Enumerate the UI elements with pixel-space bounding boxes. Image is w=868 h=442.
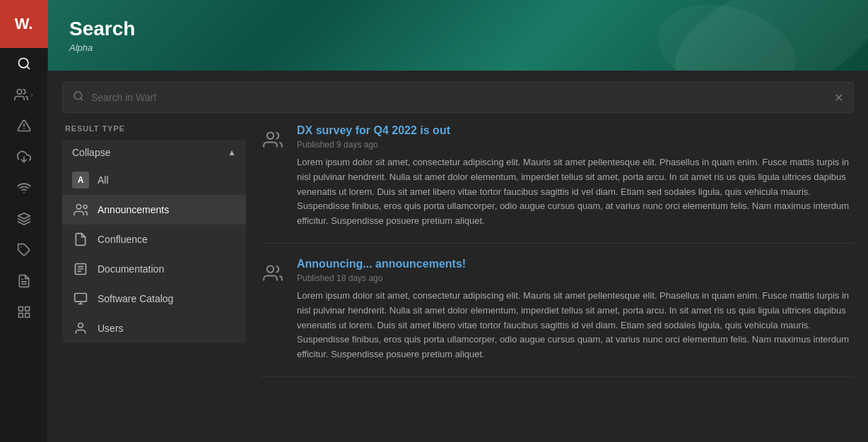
filter-users-icon	[72, 320, 89, 337]
left-filter-panel: RESULT TYPE Collapse ▲ A All	[62, 124, 246, 428]
two-col-layout: RESULT TYPE Collapse ▲ A All	[48, 124, 868, 442]
result-body-0: DX survey for Q4 2022 is out Published 9…	[297, 124, 854, 229]
filter-software-icon	[72, 290, 89, 307]
sidebar-item-puzzle[interactable]	[0, 234, 47, 265]
filter-docs-icon	[72, 261, 89, 277]
sidebar-item-alerts[interactable]	[0, 110, 47, 141]
svg-point-18	[83, 205, 87, 208]
content-area: ✕ RESULT TYPE Collapse ▲ A All	[48, 71, 868, 442]
filter-panel: Collapse ▲ A All	[62, 140, 246, 343]
search-bar: ✕	[62, 82, 854, 113]
filter-announce-icon	[72, 201, 89, 218]
collapse-chevron-icon: ▲	[228, 148, 236, 157]
filter-all-icon: A	[72, 172, 89, 189]
result-text-0: Lorem ipsum dolor sit amet, consectetur …	[297, 155, 854, 229]
search-container: ✕	[48, 71, 868, 124]
result-icon-1	[260, 261, 286, 286]
result-title-1[interactable]: Announcing... announcements!	[297, 258, 854, 270]
collapse-label: Collapse	[72, 147, 110, 158]
filter-confluence-icon	[72, 231, 89, 248]
svg-point-27	[267, 133, 274, 139]
filter-item-announcements[interactable]: Announcements	[62, 195, 246, 225]
result-item: Announcing... announcements! Published 1…	[260, 244, 854, 377]
result-item: DX survey for Q4 2022 is out Published 9…	[260, 124, 854, 244]
result-title-0[interactable]: DX survey for Q4 2022 is out	[297, 124, 854, 137]
svg-rect-13	[25, 313, 29, 318]
svg-point-15	[74, 92, 82, 100]
filter-item-software-catalog[interactable]: Software Catalog	[62, 284, 246, 313]
search-clear-button[interactable]: ✕	[834, 91, 843, 104]
svg-rect-11	[18, 307, 23, 311]
page-subtitle: Alpha	[69, 42, 847, 53]
result-text-1: Lorem ipsum dolor sit amet, consectetur …	[297, 289, 854, 362]
result-date-1: Published 18 days ago	[297, 273, 854, 283]
sidebar-item-import[interactable]	[0, 141, 47, 172]
search-bar-icon	[73, 90, 84, 104]
svg-rect-23	[75, 294, 87, 302]
collapse-button[interactable]: Collapse ▲	[62, 140, 246, 165]
svg-line-16	[81, 98, 83, 100]
svg-point-17	[76, 205, 81, 210]
sidebar-item-search[interactable]	[0, 48, 47, 79]
page-title: Search	[69, 17, 847, 41]
filter-item-users[interactable]: Users	[62, 313, 246, 343]
sidebar-item-document[interactable]	[0, 265, 47, 297]
filter-software-label: Software Catalog	[98, 293, 173, 304]
svg-rect-14	[18, 313, 23, 318]
filter-item-confluence[interactable]: Confluence	[62, 225, 246, 254]
filter-confluence-label: Confluence	[98, 234, 148, 245]
svg-point-26	[78, 323, 83, 328]
results-panel: DX survey for Q4 2022 is out Published 9…	[260, 124, 854, 428]
filter-announce-label: Announcements	[98, 204, 169, 215]
result-date-0: Published 9 days ago	[297, 140, 854, 150]
filter-all-label: All	[98, 174, 109, 186]
result-type-label: RESULT TYPE	[62, 124, 246, 133]
filter-item-documentation[interactable]: Documentation	[62, 254, 246, 284]
search-input[interactable]	[91, 92, 834, 103]
result-icon-0	[260, 127, 286, 153]
svg-point-28	[267, 265, 274, 272]
filter-users-label: Users	[98, 323, 124, 334]
filter-item-all[interactable]: A All	[62, 165, 246, 195]
sidebar-item-layers[interactable]	[0, 203, 47, 234]
svg-marker-7	[18, 213, 30, 219]
main-content: Search Alpha ✕ RESULT TYPE Collapse	[48, 0, 868, 442]
page-header: Search Alpha	[48, 0, 868, 71]
svg-rect-12	[25, 307, 29, 311]
sidebar-item-people[interactable]: ›	[0, 79, 47, 110]
result-body-1: Announcing... announcements! Published 1…	[297, 258, 854, 362]
filter-docs-label: Documentation	[98, 263, 164, 275]
svg-point-2	[17, 90, 22, 95]
app-logo[interactable]: W.	[0, 0, 48, 48]
sidebar: W. ›	[0, 0, 48, 442]
sidebar-item-wifi[interactable]	[0, 172, 47, 203]
sidebar-item-settings[interactable]	[0, 297, 47, 328]
svg-line-1	[26, 66, 29, 69]
